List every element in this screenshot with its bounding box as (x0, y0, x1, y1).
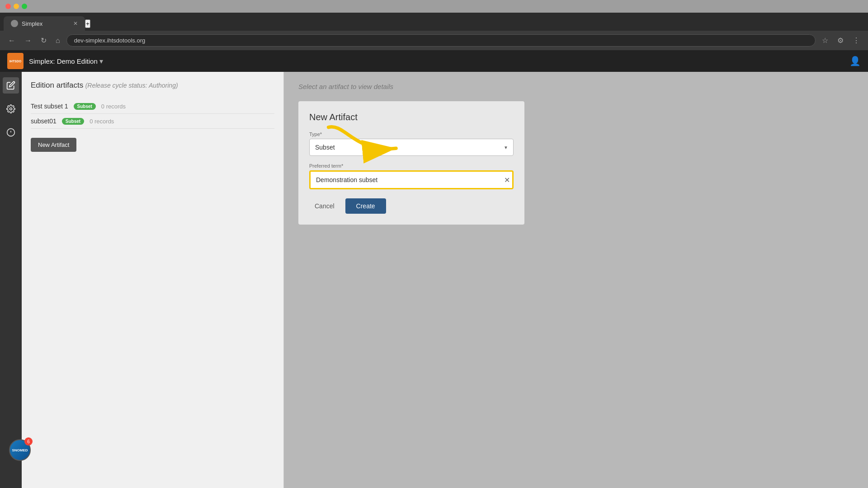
type-select[interactable]: Subset (309, 139, 514, 156)
logo-text: IHTSDO (9, 60, 21, 63)
artifact-form: New Artifact Type* Subset Preferred term… (298, 101, 524, 225)
cancel-button[interactable]: Cancel (309, 199, 340, 213)
forward-button[interactable]: → (22, 35, 34, 47)
tab-favicon (11, 20, 18, 27)
artifact-badge: Subset (62, 118, 84, 125)
notification-count-badge: 6 (24, 437, 33, 446)
artifact-count: 0 records (101, 103, 126, 110)
browser-chrome: Simplex ✕ + ← → ↻ ⌂ dev-simplex.ihtsdoto… (0, 0, 868, 50)
list-item[interactable]: Test subset 1 Subset 0 records (31, 99, 274, 114)
minimize-window-button[interactable] (14, 4, 19, 9)
reload-button[interactable]: ↻ (38, 34, 49, 47)
app-wrapper: IHTSDO Simplex: Demo Edition ▾ 👤 (0, 50, 868, 488)
form-title: New Artifact (309, 112, 514, 122)
traffic-lights (0, 0, 868, 13)
panel-title: Edition artifacts (31, 81, 83, 89)
create-button[interactable]: Create (345, 198, 386, 214)
preferred-term-label: Preferred term* (309, 163, 514, 169)
menu-button[interactable]: ⋮ (850, 34, 863, 47)
clear-input-button[interactable]: ✕ (504, 176, 510, 184)
back-button[interactable]: ← (5, 35, 18, 47)
content-area: Edition artifacts (Release cycle status:… (22, 72, 868, 488)
preferred-term-input[interactable] (309, 170, 514, 189)
artifact-name: Test subset 1 (31, 103, 68, 110)
new-artifact-button[interactable]: New Artifact (31, 138, 76, 152)
form-actions: Cancel Create (309, 198, 514, 214)
sidebar (0, 72, 22, 488)
browser-toolbar: ← → ↻ ⌂ dev-simplex.ihtsdotools.org ☆ ⚙ … (0, 31, 868, 50)
close-window-button[interactable] (5, 4, 11, 9)
tab-bar: Simplex ✕ + (0, 13, 868, 31)
app-title-dropdown-icon[interactable]: ▾ (99, 57, 103, 66)
sidebar-item-edit[interactable] (3, 77, 19, 94)
app-logo: IHTSDO (7, 53, 24, 69)
preferred-term-form-group: Preferred term* ✕ (309, 163, 514, 189)
extensions-button[interactable]: ⚙ (835, 34, 846, 47)
app-body: Edition artifacts (Release cycle status:… (0, 72, 868, 488)
new-tab-button[interactable]: + (85, 19, 90, 28)
app-title: Simplex: Demo Edition (29, 57, 98, 65)
artifact-name: subset01 (31, 117, 57, 125)
type-label: Type* (309, 131, 514, 137)
app-header: IHTSDO Simplex: Demo Edition ▾ 👤 (0, 50, 868, 72)
home-button[interactable]: ⌂ (53, 35, 63, 47)
maximize-window-button[interactable] (22, 4, 27, 9)
preferred-term-input-wrapper: ✕ (309, 170, 514, 189)
browser-tab-simplex[interactable]: Simplex ✕ (4, 16, 85, 31)
panel-subtitle: (Release cycle status: Authoring) (85, 82, 178, 89)
address-bar[interactable]: dev-simplex.ihtsdotools.org (66, 34, 816, 47)
type-form-group: Type* Subset (309, 131, 514, 156)
close-tab-button[interactable]: ✕ (73, 20, 78, 27)
sidebar-item-settings[interactable] (3, 101, 19, 117)
sidebar-item-info[interactable] (3, 124, 19, 141)
svg-point-1 (10, 108, 12, 110)
panel-hint: Select an artifact to view details (298, 83, 854, 90)
notification-widget[interactable]: SNOMED 6 (9, 439, 31, 461)
panel-header: Edition artifacts (Release cycle status:… (31, 81, 274, 90)
svg-point-0 (12, 21, 17, 26)
url-text: dev-simplex.ihtsdotools.org (74, 37, 146, 44)
left-panel: Edition artifacts (Release cycle status:… (22, 72, 284, 488)
right-panel: Select an artifact to view details New A… (284, 72, 868, 488)
artifact-badge: Subset (74, 103, 96, 110)
app-header-right: 👤 (849, 56, 861, 66)
notification-avatar-text: SNOMED (12, 448, 28, 452)
bookmark-button[interactable]: ☆ (819, 34, 831, 47)
artifact-count: 0 records (90, 118, 114, 125)
user-avatar-button[interactable]: 👤 (849, 56, 861, 66)
list-item[interactable]: subset01 Subset 0 records (31, 114, 274, 129)
tab-title: Simplex (22, 20, 42, 27)
type-select-wrapper: Subset (309, 139, 514, 156)
